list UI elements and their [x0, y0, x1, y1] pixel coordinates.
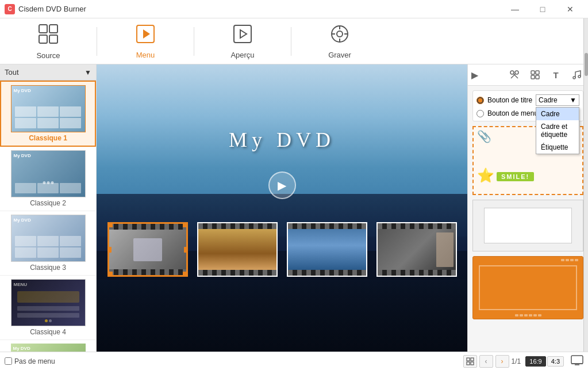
right-panel-scrollbar[interactable]: [583, 18, 588, 352]
filmstrip-top: [561, 259, 578, 261]
sidebar-list: My DVD Classique 1 My DVD: [0, 81, 96, 352]
plain-card[interactable]: [472, 200, 583, 251]
sidebar-header[interactable]: Tout ▼: [0, 64, 96, 81]
thumb5-title: My DVD: [13, 346, 30, 351]
titlebar: C Cisdem DVD Burner — □ ✕: [0, 0, 588, 18]
toolbar: Source Menu Aperçu: [0, 18, 588, 64]
ratio-4-3-button[interactable]: 4:3: [547, 356, 564, 367]
svg-rect-27: [471, 362, 474, 365]
sidebar-item-classique4[interactable]: MENU Classique 4: [0, 276, 96, 340]
dropdown-select[interactable]: Cadre ▼: [536, 94, 579, 106]
sidebar-item-classique2[interactable]: My DVD Classique 2: [0, 147, 96, 211]
tab-music[interactable]: [568, 67, 585, 83]
maximize-button[interactable]: □: [529, 0, 556, 18]
button-type-group: Bouton de titre Cadre ▼ Cadre Cadre et é…: [472, 90, 583, 121]
thumb3-title: My DVD: [14, 218, 31, 223]
nav-grid-button[interactable]: [463, 355, 477, 368]
svg-rect-3: [49, 35, 57, 43]
sidebar-item-classique3[interactable]: My DVD Classique 3: [0, 211, 96, 276]
bottombar: Pas de menu ‹ › 1/1 16:9 4:3: [0, 352, 588, 370]
thumbnail-3[interactable]: [287, 222, 367, 277]
tab-text[interactable]: T: [548, 67, 564, 83]
thumbnails-row: [107, 222, 457, 277]
right-panel-content: Bouton de titre Cadre ▼ Cadre Cadre et é…: [468, 86, 588, 352]
minimize-button[interactable]: —: [502, 0, 528, 18]
no-menu-checkbox-group: Pas de menu: [5, 357, 55, 365]
radio-titre[interactable]: [476, 97, 484, 104]
sidebar-header-label: Tout: [5, 68, 19, 77]
sidebar: Tout ▼ My DVD Classique 1: [0, 64, 97, 352]
dropdown-option-cadre-etiquette[interactable]: Cadre et étiquette: [536, 120, 579, 141]
next-button[interactable]: ›: [495, 355, 509, 368]
expand-icon[interactable]: ▶: [471, 70, 478, 81]
play-button[interactable]: ▶: [268, 171, 296, 199]
dropdown-option-cadre[interactable]: Cadre: [536, 108, 579, 120]
nav-controls: ‹ › 1/1: [463, 355, 521, 368]
ratio-selector: 16:9 4:3: [525, 356, 564, 367]
svg-rect-25: [471, 358, 474, 361]
dvd-title: My DVD: [229, 128, 335, 152]
right-panel-tabs: ▶ T: [468, 64, 588, 86]
clip-icon: 📎: [477, 129, 491, 143]
sidebar-item-classique5[interactable]: My DVD: [0, 340, 96, 352]
sidebar-label-classique1: Classique 1: [29, 134, 67, 142]
thumbnail-1[interactable]: [107, 222, 188, 277]
app-logo: C: [5, 4, 15, 14]
app-title: Cisdem DVD Burner: [18, 5, 86, 13]
no-menu-label: Pas de menu: [14, 357, 55, 365]
source-icon: [38, 24, 59, 49]
svg-rect-1: [49, 25, 57, 33]
filmstrip-bottom: [515, 314, 541, 316]
tab-grid[interactable]: [527, 67, 543, 83]
graver-icon: [329, 24, 350, 48]
svg-marker-5: [143, 29, 150, 39]
prev-button[interactable]: ‹: [479, 355, 493, 368]
dropdown-option-etiquette[interactable]: Étiquette: [536, 141, 579, 154]
apercu-label: Aperçu: [230, 51, 254, 59]
svg-marker-7: [240, 30, 247, 38]
svg-rect-24: [467, 358, 470, 361]
export-icon[interactable]: [571, 355, 583, 368]
plain-card-inner: [484, 208, 572, 243]
sidebar-label-classique4: Classique 4: [30, 328, 66, 336]
dropdown-menu: Cadre Cadre et étiquette Étiquette: [536, 107, 579, 154]
apercu-icon: [232, 24, 253, 48]
canvas-area: My DVD ▶: [97, 64, 467, 352]
sidebar-item-classique1[interactable]: My DVD Classique 1: [0, 81, 96, 147]
toolbar-apercu[interactable]: Aperçu: [194, 18, 291, 64]
svg-rect-28: [571, 356, 583, 364]
toolbar-source[interactable]: Source: [0, 18, 97, 64]
source-label: Source: [36, 51, 60, 60]
toolbar-menu[interactable]: Menu: [97, 18, 194, 64]
svg-rect-21: [536, 75, 539, 79]
svg-rect-20: [531, 75, 535, 79]
orange-card[interactable]: [472, 256, 583, 319]
dropdown-container: Cadre ▼ Cadre Cadre et étiquette Étiquet…: [536, 94, 579, 106]
svg-rect-6: [234, 25, 251, 43]
dropdown-arrow-icon: ▼: [570, 96, 577, 104]
svg-point-23: [578, 75, 581, 78]
no-menu-checkbox[interactable]: [5, 357, 12, 365]
tab-scissors[interactable]: [506, 67, 522, 83]
scrollbar-thumb[interactable]: [585, 53, 588, 76]
svg-rect-18: [531, 71, 535, 74]
ratio-16-9-button[interactable]: 16:9: [525, 356, 545, 367]
right-panel: ▶ T: [467, 64, 588, 352]
dropdown-value: Cadre: [539, 96, 558, 104]
radio-menu-label: Bouton de menu: [487, 109, 538, 117]
thumbnail-4[interactable]: [376, 222, 457, 277]
orange-inner: [479, 265, 577, 310]
page-indicator: 1/1: [512, 357, 521, 365]
thumbnail-2[interactable]: [197, 222, 278, 277]
toolbar-graver[interactable]: Graver: [291, 18, 388, 64]
radio-menu[interactable]: [476, 110, 484, 117]
svg-point-9: [337, 31, 343, 37]
sidebar-arrow-icon: ▼: [84, 68, 91, 77]
menu-label: Menu: [136, 51, 155, 59]
smile-label: SMILE!: [497, 172, 534, 181]
svg-rect-19: [536, 71, 539, 74]
star-icon: ⭐: [477, 167, 494, 184]
menu-icon: [135, 24, 156, 48]
graver-label: Graver: [328, 51, 351, 59]
close-button[interactable]: ✕: [557, 0, 583, 18]
